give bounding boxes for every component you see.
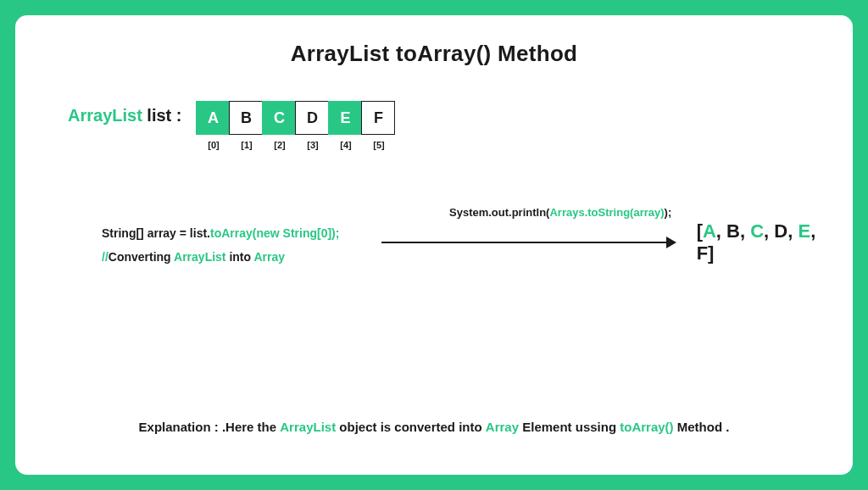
- list-cell: A[0]: [197, 101, 230, 150]
- list-label-rest: list :: [142, 106, 182, 125]
- list-cell: C[2]: [263, 101, 296, 150]
- cell-value: F: [361, 101, 395, 135]
- diagram-panel: ArrayList toArray() Method ArrayList lis…: [15, 15, 853, 475]
- list-label-accent: ArrayList: [68, 106, 142, 125]
- code-area: String[] array = list.toArray(new String…: [102, 226, 826, 264]
- list-cell: D[3]: [296, 101, 329, 150]
- cell-index: [2]: [274, 140, 285, 150]
- cell-value: D: [295, 101, 329, 135]
- cell-index: [4]: [340, 140, 351, 150]
- cell-value: B: [229, 101, 263, 135]
- cell-index: [1]: [241, 140, 252, 150]
- cell-value: A: [196, 101, 230, 135]
- list-label: ArrayList list :: [68, 106, 181, 125]
- list-cell: E[4]: [329, 101, 362, 150]
- arraylist-row: ArrayList list : A[0]B[1]C[2]D[3]E[4]F[5…: [68, 101, 826, 150]
- arrow-icon: [381, 242, 675, 243]
- output-array: [A, B, C, D, E, F]: [697, 220, 826, 264]
- list-cells: A[0]B[1]C[2]D[3]E[4]F[5]: [197, 101, 395, 150]
- arrow-block: System.out.println(Arrays.toString(array…: [381, 206, 826, 264]
- cell-value: E: [328, 101, 362, 135]
- cell-index: [3]: [307, 140, 318, 150]
- cell-value: C: [262, 101, 296, 135]
- page-title: ArrayList toArray() Method: [42, 41, 826, 67]
- print-statement: System.out.println(Arrays.toString(array…: [449, 206, 671, 219]
- list-cell: B[1]: [230, 101, 263, 150]
- cell-index: [0]: [208, 140, 219, 150]
- explanation-text: Explanation : .Here the ArrayList object…: [15, 420, 853, 434]
- list-cell: F[5]: [362, 101, 395, 150]
- arrow-row: [A, B, C, D, E, F]: [381, 220, 826, 264]
- cell-index: [5]: [373, 140, 384, 150]
